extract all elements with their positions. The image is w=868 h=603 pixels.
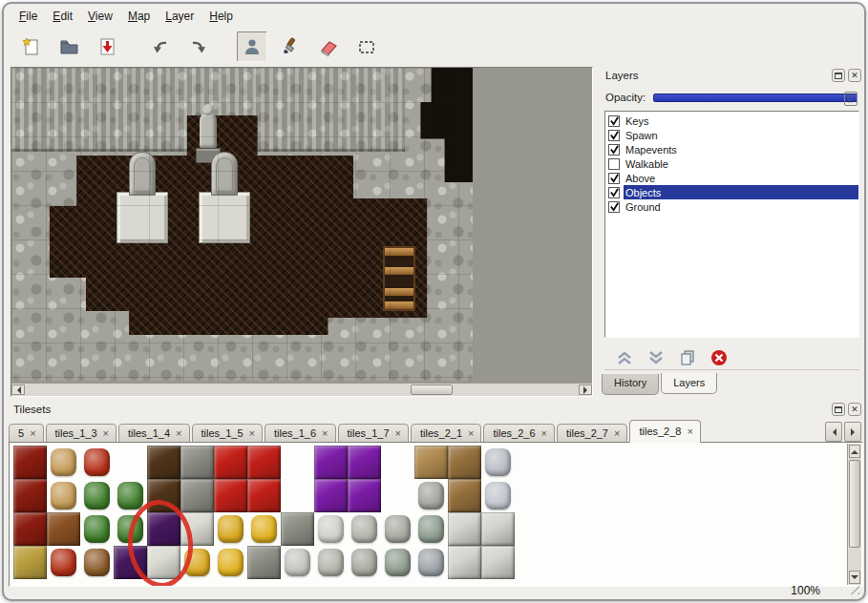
tile-r3-c8[interactable]	[281, 546, 314, 579]
tileset-tab-tiles_1_3[interactable]: tiles_1_3×	[46, 424, 116, 443]
tileset-tab-tiles_2_1[interactable]: tiles_2_1×	[411, 424, 481, 443]
delete-layer-button[interactable]	[709, 347, 730, 368]
tileset-tab-tiles_1_7[interactable]: tiles_1_7×	[338, 424, 409, 443]
tile-r2-c9[interactable]	[314, 512, 348, 546]
tile-r2-c10[interactable]	[348, 512, 381, 546]
tab-close-icon[interactable]: ×	[468, 428, 474, 439]
tile-r0-c13[interactable]	[448, 446, 481, 479]
new-map-button[interactable]	[15, 31, 46, 62]
tile-r3-c14[interactable]	[481, 546, 515, 579]
tile-r2-c6[interactable]	[214, 512, 247, 546]
tile-r2-c0[interactable]	[13, 512, 47, 546]
tileset-tab-tiles_2_8[interactable]: tiles_2_8×	[629, 420, 700, 443]
tile-r1-c5[interactable]	[180, 479, 214, 512]
panel-tab-history[interactable]: History	[602, 374, 659, 395]
tileset-tab-tiles_2_6[interactable]: tiles_2_6×	[483, 424, 554, 443]
opacity-slider[interactable]	[653, 94, 857, 102]
tile-r0-c4[interactable]	[147, 446, 180, 479]
tile-r0-c8[interactable]	[281, 446, 314, 479]
tile-r2-c14[interactable]	[481, 512, 515, 546]
tab-close-icon[interactable]: ×	[395, 428, 401, 439]
tileset-scrollbar-thumb[interactable]	[849, 460, 860, 548]
duplicate-layer-button[interactable]	[677, 347, 698, 368]
map-view[interactable]	[11, 67, 593, 397]
tab-close-icon[interactable]: ×	[30, 428, 35, 439]
scroll-left-button[interactable]	[11, 385, 25, 395]
tile-r0-c1[interactable]	[47, 446, 80, 479]
tile-r1-c2[interactable]	[80, 479, 114, 512]
layer-checkbox-keys[interactable]	[608, 115, 620, 127]
tile-r2-c8[interactable]	[281, 512, 314, 546]
tileset-tab-tiles_1_4[interactable]: tiles_1_4×	[118, 424, 189, 443]
layer-checkbox-mapevents[interactable]	[608, 144, 620, 156]
select-tool-button[interactable]	[351, 31, 382, 62]
undo-button[interactable]	[145, 31, 176, 62]
tile-r3-c12[interactable]	[414, 546, 448, 579]
scroll-down-button[interactable]	[849, 571, 860, 584]
tile-r1-c6[interactable]	[214, 479, 247, 512]
tileset-tab-tiles_2_7[interactable]: tiles_2_7×	[557, 424, 627, 443]
tile-r2-c2[interactable]	[80, 512, 114, 546]
tileset-vertical-scrollbar[interactable]	[847, 444, 861, 585]
tile-r2-c5[interactable]	[180, 512, 214, 546]
layer-row-walkable[interactable]: Walkable	[605, 156, 858, 171]
tile-r1-c0[interactable]	[13, 479, 47, 512]
redo-button[interactable]	[183, 31, 214, 62]
layer-row-mapevents[interactable]: Mapevents	[605, 142, 858, 156]
tile-r3-c1[interactable]	[47, 546, 80, 579]
tile-r0-c12[interactable]	[414, 446, 448, 479]
scroll-up-button[interactable]	[849, 445, 860, 458]
tile-r0-c14[interactable]	[481, 446, 515, 479]
tile-r0-c3[interactable]	[114, 446, 147, 479]
menu-item-map[interactable]: Map	[120, 7, 158, 26]
tile-r1-c8[interactable]	[281, 479, 314, 512]
tile-r2-c7[interactable]	[247, 512, 281, 546]
tile-r3-c2[interactable]	[80, 546, 114, 579]
tile-r2-c11[interactable]	[381, 512, 414, 546]
layer-row-above[interactable]: Above	[605, 171, 858, 185]
save-map-button[interactable]	[92, 31, 122, 62]
layer-row-objects[interactable]: Objects	[605, 185, 858, 199]
float-panel-button[interactable]	[832, 403, 845, 416]
tile-r0-c9[interactable]	[314, 446, 348, 479]
menu-item-file[interactable]: File	[11, 7, 45, 26]
layer-checkbox-spawn[interactable]	[608, 130, 620, 141]
tile-r1-c14[interactable]	[481, 479, 515, 512]
tile-r3-c4[interactable]	[147, 546, 180, 579]
layer-checkbox-walkable[interactable]	[608, 158, 620, 170]
menu-item-view[interactable]: View	[80, 7, 120, 26]
scroll-right-button[interactable]	[579, 385, 592, 395]
tile-r3-c6[interactable]	[214, 546, 247, 579]
tileset-tab-tiles_1_6[interactable]: tiles_1_6×	[265, 424, 335, 443]
tile-r1-c4[interactable]	[147, 479, 180, 512]
open-map-button[interactable]	[53, 31, 84, 62]
tabs-scroll-right-button[interactable]	[844, 422, 861, 442]
tile-r3-c3[interactable]	[114, 546, 147, 579]
tile-r0-c5[interactable]	[180, 446, 214, 479]
tile-r3-c10[interactable]	[348, 546, 381, 579]
close-panel-button[interactable]: ✕	[848, 69, 861, 82]
tileset-tab-5[interactable]: 5×	[9, 424, 44, 443]
close-panel-button[interactable]: ✕	[848, 403, 861, 416]
tile-r2-c4[interactable]	[147, 512, 180, 546]
tile-r0-c10[interactable]	[348, 446, 381, 479]
menu-item-layer[interactable]: Layer	[158, 7, 201, 26]
eraser-tool-button[interactable]	[313, 31, 344, 62]
layer-row-ground[interactable]: Ground	[605, 199, 858, 214]
tabs-scroll-left-button[interactable]	[825, 422, 842, 442]
tile-r0-c0[interactable]	[13, 446, 47, 479]
tile-r1-c11[interactable]	[381, 479, 414, 512]
tile-r2-c3[interactable]	[114, 512, 147, 546]
opacity-slider-handle[interactable]	[844, 92, 857, 106]
tile-r1-c7[interactable]	[247, 479, 281, 512]
tile-r1-c13[interactable]	[448, 479, 481, 512]
tab-close-icon[interactable]: ×	[687, 426, 692, 437]
tab-close-icon[interactable]: ×	[541, 428, 547, 439]
tab-close-icon[interactable]: ×	[249, 428, 255, 439]
menu-item-help[interactable]: Help	[201, 7, 241, 26]
tile-r2-c1[interactable]	[47, 512, 80, 546]
tile-r3-c9[interactable]	[314, 546, 348, 579]
layer-row-spawn[interactable]: Spawn	[605, 128, 858, 142]
map-canvas[interactable]	[11, 68, 473, 381]
tile-r1-c10[interactable]	[348, 479, 381, 512]
